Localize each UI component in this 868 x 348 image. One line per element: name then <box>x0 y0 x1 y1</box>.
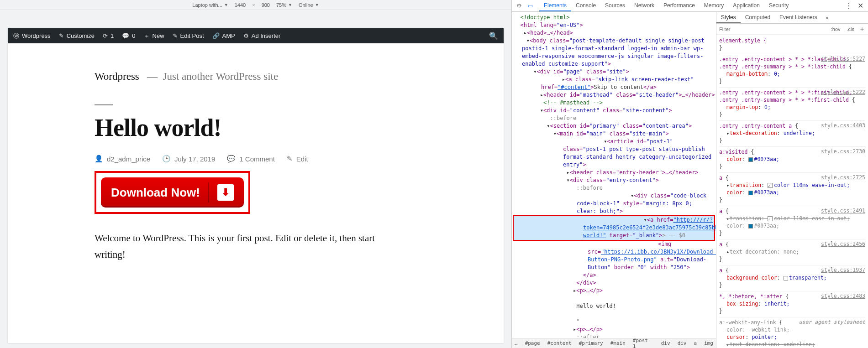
wp-admin-bar: ⓦWordpress ✎Customize ⟳1 💬0 ＋New ✎Edit P… <box>8 28 504 43</box>
amp-link[interactable]: 🔗AMP <box>212 32 235 39</box>
post-comments[interactable]: 💬1 Comment <box>227 155 275 163</box>
css-declaration[interactable]: margin-top: 0; <box>719 104 865 111</box>
breadcrumb-item[interactable]: a <box>694 340 697 346</box>
rule-source-link[interactable]: style.css:2725 <box>821 174 865 181</box>
breadcrumb-item[interactable]: #primary <box>579 340 603 346</box>
styles-tabs-more-icon[interactable]: » <box>822 15 832 21</box>
inspect-icon[interactable]: ⯐ <box>515 1 524 10</box>
css-declaration[interactable]: margin-bottom: 0; <box>719 70 865 78</box>
device-throttle[interactable]: Online▼ <box>299 2 319 8</box>
brush-icon: ✎ <box>59 32 64 39</box>
css-declaration[interactable]: color: -webkit-link; <box>719 326 865 333</box>
post-date[interactable]: 🕒July 17, 2019 <box>162 155 215 163</box>
css-declaration[interactable]: color: #0073aa; <box>719 156 865 163</box>
pencil-icon: ✎ <box>173 32 178 39</box>
styles-filter-input[interactable] <box>719 26 826 32</box>
rule-source-link[interactable]: style.css:5227 <box>821 55 865 62</box>
css-rules[interactable]: element.style { } style.css:5227.entry .… <box>716 35 868 348</box>
rule-source-link[interactable]: style.css:2456 <box>821 240 865 248</box>
device-height[interactable]: 900 <box>262 2 270 8</box>
css-declaration[interactable]: ▸transition: color 110ms ease-in-out; <box>719 182 865 189</box>
device-zoom[interactable]: 75%▼ <box>276 2 292 8</box>
clock-icon: 🕒 <box>162 155 171 163</box>
element-style-selector: element.style { <box>719 37 865 44</box>
dom-breadcrumb[interactable]: … #page #content #primary #main #post-1 … <box>512 338 716 348</box>
css-declaration[interactable]: color: #0073aa; <box>719 222 865 229</box>
cls-toggle[interactable]: .cls <box>845 26 857 32</box>
devtools-tab-application[interactable]: Application <box>728 0 764 11</box>
elements-panel: <!doctype html> <html lang="en-US"> ▸<he… <box>512 12 716 348</box>
devtools-tab-performance[interactable]: Performance <box>659 0 700 11</box>
gear-icon: ⚙ <box>243 32 249 39</box>
breadcrumb-item[interactable]: #main <box>610 340 626 346</box>
comment-icon: 💬 <box>227 155 236 163</box>
breadcrumb-item[interactable]: #content <box>547 340 572 346</box>
styles-tab-computed[interactable]: Computed <box>741 12 775 23</box>
devtools-tab-sources[interactable]: Sources <box>600 0 630 11</box>
link-icon: 🔗 <box>212 32 220 39</box>
new-link[interactable]: ＋New <box>144 32 164 40</box>
device-mode-icon[interactable]: ▭ <box>526 1 535 10</box>
rule-source-link[interactable]: style.css:5222 <box>821 88 865 96</box>
hov-toggle[interactable]: :hov <box>829 26 842 32</box>
download-arrow-icon: ⬇ <box>217 184 234 201</box>
devtools-tab-elements[interactable]: Elements <box>539 0 571 11</box>
person-icon: 👤 <box>95 155 103 163</box>
styles-filter-row: :hov .cls ＋ <box>716 24 868 35</box>
devtools: ⯐ ▭ ElementsConsoleSourcesNetworkPerform… <box>511 0 868 348</box>
refresh-icon: ⟳ <box>103 32 108 39</box>
breadcrumb-item[interactable]: div <box>661 340 670 346</box>
updates-link[interactable]: ⟳1 <box>103 32 114 39</box>
rule-source-link[interactable]: style.css:2491 <box>821 207 865 214</box>
new-rule-icon[interactable]: ＋ <box>859 25 865 33</box>
css-declaration[interactable]: ▸text-decoration: underline; <box>719 130 865 137</box>
styles-panel: StylesComputedEvent Listeners» :hov .cls… <box>716 12 868 348</box>
adinserter-link[interactable]: ⚙Ad Inserter <box>243 32 281 39</box>
css-declaration[interactable]: ▸text-decoration: underline; <box>719 341 865 348</box>
css-declaration[interactable]: background-color: transparent; <box>719 274 865 281</box>
css-declaration[interactable]: color: #0073aa; <box>719 189 865 196</box>
devtools-tab-network[interactable]: Network <box>630 0 659 11</box>
device-width[interactable]: 1440 <box>235 2 246 8</box>
post-author[interactable]: 👤d2_adm_price <box>95 155 150 163</box>
devtools-tab-console[interactable]: Console <box>571 0 600 11</box>
styles-tab-event-listeners[interactable]: Event Listeners <box>775 12 822 23</box>
site-title-line: Wordpress — Just another WordPress site <box>95 71 417 83</box>
device-select[interactable]: Laptop with...▼ <box>192 2 228 8</box>
devtools-tab-memory[interactable]: Memory <box>700 0 728 11</box>
wp-logo-menu[interactable]: ⓦWordpress <box>13 32 51 40</box>
styles-tabs: StylesComputedEvent Listeners» <box>716 12 868 24</box>
download-button[interactable]: Download Now! ⬇ <box>101 177 244 208</box>
selected-dom-node[interactable]: ▾<a href="http:///r/?token=74985c2e6524f… <box>514 215 714 241</box>
styles-tab-styles[interactable]: Styles <box>716 12 741 23</box>
breadcrumb-item[interactable]: div <box>678 340 687 346</box>
breadcrumb-item[interactable]: #post-1 <box>633 338 654 348</box>
breadcrumb-item[interactable]: img <box>704 340 713 346</box>
css-declaration[interactable]: ▸text-decoration: none; <box>719 248 865 255</box>
devtools-more-icon[interactable]: ⋮ <box>843 1 854 10</box>
plus-icon: ＋ <box>144 32 150 40</box>
rule-source-link[interactable]: user agent stylesheet <box>799 318 865 326</box>
css-declaration[interactable]: ▸transition: color 110ms ease-in-out; <box>719 215 865 222</box>
dom-tree[interactable]: <!doctype html> <html lang="en-US"> ▸<he… <box>512 12 716 338</box>
rule-source-link[interactable]: style.css:2483 <box>821 292 865 300</box>
devtools-close-icon[interactable]: ✕ <box>856 1 865 10</box>
download-highlight-box: Download Now! ⬇ <box>95 171 250 214</box>
download-button-label: Download Now! <box>111 186 200 200</box>
customize-link[interactable]: ✎Customize <box>59 32 95 39</box>
post-edit-link[interactable]: ✎Edit <box>287 155 308 163</box>
breadcrumb-item[interactable]: #page <box>525 340 540 346</box>
devtools-tab-security[interactable]: Security <box>764 0 793 11</box>
css-declaration[interactable]: cursor: pointer; <box>719 333 865 341</box>
title-divider <box>95 104 113 105</box>
search-toggle[interactable]: 🔍 <box>489 31 498 40</box>
comments-link[interactable]: 💬0 <box>122 32 135 39</box>
css-declaration[interactable]: box-sizing: inherit; <box>719 300 865 307</box>
rule-source-link[interactable]: style.css:2730 <box>821 148 865 155</box>
browser-viewport: Laptop with...▼ 1440 × 900 75%▼ Online▼ … <box>0 0 511 348</box>
rule-source-link[interactable]: style.css:4403 <box>821 122 865 129</box>
breadcrumb-item[interactable]: … <box>515 340 518 346</box>
site-title[interactable]: Wordpress <box>95 71 139 82</box>
rule-source-link[interactable]: style.css:1937 <box>821 266 865 274</box>
edit-post-link[interactable]: ✎Edit Post <box>173 32 204 39</box>
